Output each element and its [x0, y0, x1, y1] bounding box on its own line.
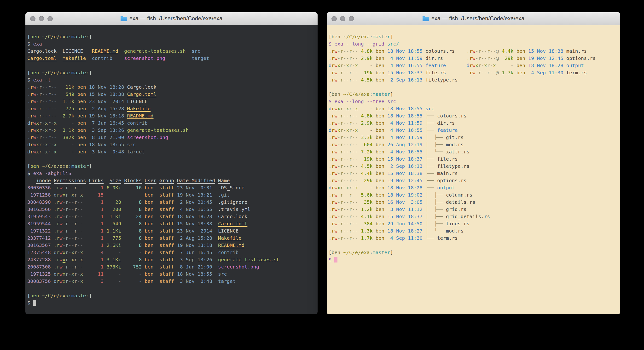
- text-segment: [124, 127, 127, 133]
- text-segment: staff: [160, 192, 174, 198]
- permission-char: r: [340, 113, 343, 119]
- zoom-button[interactable]: [48, 16, 53, 21]
- text-segment: [57, 120, 72, 126]
- permission-char: r: [340, 106, 343, 112]
- text-segment: │ ├──: [426, 214, 446, 219]
- permission-char: r: [340, 228, 343, 234]
- terminal-line: .rw-r--r-- 775 ben 2 Aug 15:28 Makefile: [27, 105, 316, 112]
- terminal-line: 1971258 drwxr-xr-x 15 - - ben staff 19 N…: [27, 191, 316, 198]
- text-segment: [212, 235, 218, 241]
- permission-char: w: [33, 127, 36, 133]
- text-segment: main.rs: [437, 170, 458, 176]
- permission-char: r: [56, 271, 60, 277]
- text-segment: 1: [101, 206, 104, 212]
- text-segment: ]: [89, 293, 92, 298]
- text-segment: [384, 156, 387, 162]
- text-segment: [358, 142, 364, 148]
- close-button[interactable]: [332, 16, 337, 21]
- text-segment: ben: [376, 206, 384, 212]
- text-segment: [422, 77, 426, 83]
- window-title-text: exa — fish /Users/ben/Code/exa/exa: [130, 15, 222, 22]
- permission-char: .: [54, 199, 56, 205]
- text-segment: [174, 264, 177, 270]
- permission-char: r: [66, 185, 68, 190]
- permission-char: -: [346, 178, 349, 184]
- text-segment: 26 Aug 12:19: [387, 142, 422, 148]
- text-segment: 4.8k: [361, 48, 373, 54]
- terminal-line: $ exa: [27, 40, 316, 48]
- permission-char: r: [74, 250, 77, 255]
- permission-char: -: [80, 206, 83, 212]
- text-segment: 18 Nov 18:27: [387, 228, 422, 234]
- permission-char: -: [68, 250, 71, 255]
- permission-char: r: [66, 250, 68, 255]
- text-segment: [86, 91, 89, 97]
- text-segment: 4.8k: [361, 113, 373, 119]
- permission-char: -: [352, 199, 355, 205]
- permission-char: r: [332, 106, 334, 112]
- text-segment: [51, 178, 54, 184]
- permission-char: -: [343, 192, 346, 198]
- permission-char: r: [349, 106, 352, 112]
- text-segment: ├──: [426, 163, 437, 169]
- text-segment: [142, 235, 145, 241]
- permission-char: -: [493, 70, 496, 76]
- text-segment: │ ├──: [426, 192, 446, 198]
- terminal-screen[interactable]: [ben ~/C/e/exa:master]$ exaCargo.lock LI…: [26, 25, 318, 306]
- permission-char: .: [328, 170, 332, 176]
- permission-char: .: [54, 257, 56, 262]
- text-segment: [358, 206, 361, 212]
- permission-char: x: [355, 62, 358, 68]
- text-segment: Makefile: [218, 235, 242, 241]
- text-segment: [51, 221, 54, 226]
- minimize-button[interactable]: [340, 16, 345, 21]
- text-segment: xattr.rs: [446, 149, 470, 154]
- permission-char: w: [33, 142, 36, 148]
- permission-char: .: [54, 228, 56, 234]
- permission-char: r: [340, 235, 343, 241]
- terminal-line: [ben ~/C/e/exa:master]: [27, 33, 316, 40]
- minimize-button[interactable]: [39, 16, 44, 21]
- permission-char: -: [68, 278, 71, 284]
- titlebar[interactable]: exa — fish /Users/ben/Code/exa/exa: [26, 12, 318, 25]
- text-segment: [154, 250, 160, 255]
- permission-char: -: [484, 56, 487, 61]
- terminal-line: .rw-r--r-- 384 ben 29 Jun 14:50 │ ├── li…: [328, 220, 618, 227]
- permission-char: -: [355, 142, 358, 148]
- permission-char: -: [346, 56, 349, 61]
- permission-char: -: [338, 228, 340, 234]
- permission-char: w: [334, 127, 338, 133]
- text-segment: [373, 199, 376, 205]
- permission-char: @: [496, 48, 499, 54]
- permission-char: r: [56, 192, 60, 198]
- text-segment: ]: [89, 70, 92, 76]
- close-button[interactable]: [30, 16, 36, 21]
- permission-char: x: [36, 149, 39, 154]
- permission-char: r: [39, 84, 42, 90]
- text-segment: [51, 228, 54, 234]
- terminal-screen[interactable]: [ben ~/C/e/exa:master]$ exa --long --gri…: [327, 25, 620, 263]
- terminal-line: [27, 62, 316, 69]
- text-segment: [83, 206, 101, 212]
- permission-char: -: [68, 271, 71, 277]
- text-segment: │ ├──: [426, 206, 446, 212]
- text-segment: 1971258: [27, 192, 51, 198]
- text-segment: [358, 106, 370, 112]
- permission-char: -: [77, 199, 80, 205]
- titlebar[interactable]: exa — fish /Users/ben/Code/exa/exa: [327, 12, 620, 25]
- terminal-line: [27, 155, 316, 162]
- text-segment: [39, 70, 42, 76]
- permission-char: r: [74, 192, 77, 198]
- text-segment: [83, 185, 101, 190]
- text-segment: [373, 62, 376, 68]
- text-segment: ben: [145, 206, 154, 212]
- permission-char: w: [472, 70, 475, 76]
- zoom-button[interactable]: [349, 16, 354, 21]
- permission-char: -: [355, 214, 358, 219]
- permission-char: -: [36, 91, 39, 97]
- text-segment: details.rs: [446, 199, 475, 205]
- permission-char: r: [39, 91, 42, 97]
- terminal-line: .rw-r--r-- 549 ben 15 Nov 18:38 Cargo.to…: [27, 90, 316, 98]
- text-segment: │ ├──: [426, 142, 446, 148]
- text-segment: [358, 62, 370, 68]
